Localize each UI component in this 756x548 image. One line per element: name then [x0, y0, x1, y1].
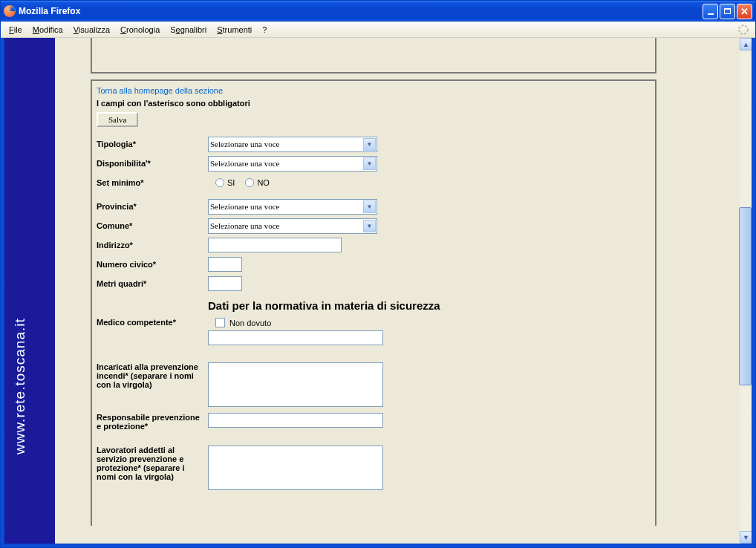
label-provincia: Provincia* — [97, 202, 208, 211]
minimize-button[interactable] — [703, 4, 718, 19]
label-set-minimo: Set minimo* — [97, 178, 208, 187]
label-tipologia: Tipologia* — [97, 140, 208, 149]
label-responsabile: Responsabile prevenzione e protezione* — [97, 413, 208, 431]
radio-no[interactable]: NO — [245, 178, 270, 187]
save-button[interactable]: Salva — [97, 112, 138, 127]
section-heading: Dati per la normativa in materia di sicu… — [97, 293, 651, 315]
input-medico[interactable] — [208, 330, 383, 345]
menu-help[interactable]: ? — [257, 24, 272, 36]
select-comune[interactable]: Selezionare una voce ▼ — [208, 218, 377, 234]
close-button[interactable]: ✕ — [737, 4, 752, 19]
scroll-down-icon[interactable]: ▼ — [740, 531, 752, 544]
input-numero-civico[interactable] — [208, 257, 242, 272]
checkbox-non-dovuto[interactable] — [215, 318, 225, 327]
radio-icon — [245, 178, 254, 187]
sidebar: www.rete.toscana.it — [4, 38, 55, 544]
radio-si[interactable]: SI — [215, 178, 235, 187]
banner-box — [91, 38, 656, 74]
input-indirizzo[interactable] — [208, 238, 342, 252]
menubar: File Modifica Visualizza Cronologia Segn… — [1, 22, 755, 38]
titlebar: Mozilla Firefox ✕ — [1, 1, 755, 22]
menu-strumenti[interactable]: Strumenti — [212, 24, 257, 36]
window-title: Mozilla Firefox — [19, 6, 703, 16]
select-provincia[interactable]: Selezionare una voce ▼ — [208, 199, 377, 215]
chevron-down-icon: ▼ — [363, 157, 376, 170]
textarea-lavoratori[interactable] — [208, 446, 383, 490]
label-numero-civico: Numero civico* — [97, 260, 208, 269]
menu-segnalibri[interactable]: Segnalibri — [165, 24, 212, 36]
textarea-incaricati[interactable] — [208, 362, 383, 407]
chevron-down-icon: ▼ — [363, 200, 376, 213]
label-medico: Medico competente* — [97, 318, 208, 327]
window-border-right — [752, 38, 755, 544]
required-note: I campi con l'asterisco sono obbligatori — [97, 97, 651, 112]
input-responsabile[interactable] — [208, 413, 383, 428]
scroll-thumb[interactable] — [739, 207, 752, 385]
menu-file[interactable]: File — [4, 24, 27, 36]
label-incaricati: Incaricati alla prevenzione incendi* (se… — [97, 362, 208, 389]
loading-spinner-icon — [737, 24, 749, 36]
label-comune: Comune* — [97, 221, 208, 230]
input-metri-quadri[interactable] — [208, 276, 242, 291]
sidebar-url-text: www.rete.toscana.it — [12, 318, 28, 454]
label-metri-quadri: Metri quadri* — [97, 279, 208, 288]
label-disponibilita: Disponibilita'* — [97, 159, 208, 168]
select-disponibilita[interactable]: Selezionare una voce ▼ — [208, 156, 377, 172]
chevron-down-icon: ▼ — [363, 138, 376, 151]
chevron-down-icon: ▼ — [363, 220, 376, 232]
menu-visualizza[interactable]: Visualizza — [68, 24, 115, 36]
firefox-icon — [4, 5, 16, 17]
scroll-up-icon[interactable]: ▲ — [740, 38, 752, 50]
form-container: Torna alla homepage della sezione I camp… — [91, 79, 656, 526]
svg-point-0 — [739, 25, 748, 34]
label-indirizzo: Indirizzo* — [97, 241, 208, 249]
checkbox-label: Non dovuto — [229, 319, 271, 327]
select-tipologia[interactable]: Selezionare una voce ▼ — [208, 137, 377, 152]
maximize-button[interactable] — [720, 4, 735, 19]
label-lavoratori: Lavoratori addetti al servizio prevenzio… — [97, 446, 208, 481]
menu-modifica[interactable]: Modifica — [27, 24, 68, 36]
radio-icon — [215, 178, 224, 187]
menu-cronologia[interactable]: Cronologia — [115, 24, 165, 36]
back-link[interactable]: Torna alla homepage della sezione — [97, 84, 651, 97]
window-border-bottom — [1, 544, 755, 547]
scrollbar[interactable]: ▲ ▼ — [739, 38, 752, 544]
